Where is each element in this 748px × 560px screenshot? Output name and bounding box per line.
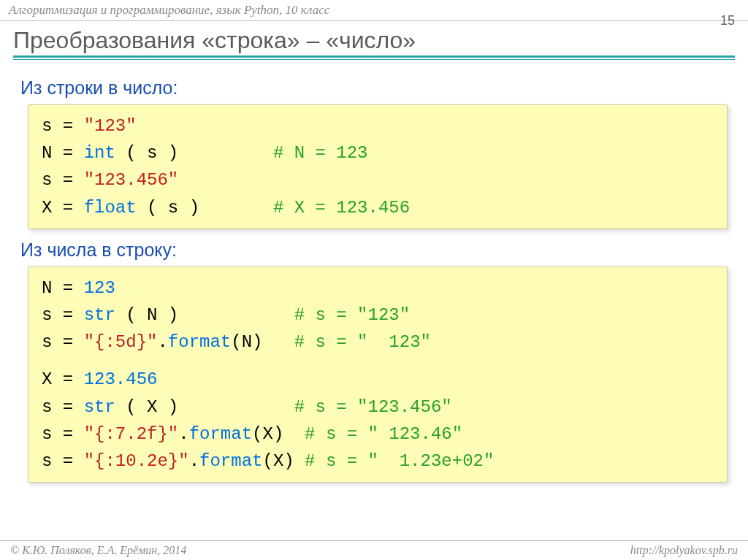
code-token-keyword: format bbox=[189, 424, 252, 444]
code-token: . bbox=[178, 424, 188, 444]
code-token-comment: # s = "123" bbox=[294, 305, 410, 325]
footer-copyright: © К.Ю. Поляков, Е.А. Ерёмин, 2014 bbox=[10, 544, 186, 557]
code-token: = bbox=[52, 332, 83, 352]
code-token-number: 123 bbox=[84, 278, 115, 298]
code-token-number: 123.456 bbox=[84, 369, 158, 389]
code-token: ( N ) bbox=[115, 305, 294, 325]
code-token: (X) bbox=[262, 451, 305, 471]
code-token: . bbox=[189, 451, 199, 471]
page-number: 15 bbox=[720, 13, 735, 28]
code-token-keyword: int bbox=[84, 143, 115, 163]
code-token: s bbox=[42, 451, 52, 471]
code-token: = bbox=[52, 116, 83, 136]
code-token-keyword: float bbox=[84, 198, 137, 218]
code-token-string: "123" bbox=[84, 116, 137, 136]
code-token-string: "{:7.2f}" bbox=[84, 424, 179, 444]
title-underline bbox=[13, 55, 735, 60]
code-token: X bbox=[42, 369, 52, 389]
code-token: N bbox=[42, 143, 52, 163]
code-token-comment: # s = " 123" bbox=[294, 332, 431, 352]
code-token-keyword: format bbox=[168, 332, 231, 352]
code-token-string: "{:5d}" bbox=[84, 332, 158, 352]
code-token: = bbox=[52, 369, 83, 389]
code-token: s bbox=[42, 424, 52, 444]
code-token: ( X ) bbox=[115, 397, 294, 417]
code-token: s bbox=[42, 332, 52, 352]
code-token-comment: # s = " 123.46" bbox=[305, 424, 462, 444]
code-token: = bbox=[52, 198, 83, 218]
code-token-keyword: format bbox=[199, 451, 262, 471]
code-token: X bbox=[42, 198, 52, 218]
code-token-comment: # N = 123 bbox=[273, 143, 368, 163]
code-token-keyword: str bbox=[84, 397, 115, 417]
code-token-string: "{:10.2e}" bbox=[84, 451, 189, 471]
code-token-string: "123.456" bbox=[84, 170, 179, 190]
page-title: Преобразования «строка» – «число» bbox=[13, 27, 735, 54]
code-token: s bbox=[42, 305, 52, 325]
code-token-keyword: str bbox=[84, 305, 115, 325]
code-block-1: s = "123" N = int ( s ) # N = 123 s = "1… bbox=[28, 104, 728, 229]
code-token: (X) bbox=[252, 424, 305, 444]
code-token: = bbox=[52, 397, 83, 417]
code-token: (N) bbox=[231, 332, 294, 352]
code-token: = bbox=[52, 451, 83, 471]
code-token: ( s ) bbox=[137, 198, 273, 218]
code-token: = bbox=[52, 278, 83, 298]
code-token: s bbox=[42, 170, 52, 190]
code-token: N bbox=[42, 278, 52, 298]
code-token-comment: # s = " 1.23e+02" bbox=[305, 451, 494, 471]
code-token: ( s ) bbox=[115, 143, 273, 163]
code-token: = bbox=[52, 143, 83, 163]
code-block-2: N = 123 s = str ( N ) # s = "123" s = "{… bbox=[28, 266, 728, 483]
code-token-comment: # X = 123.456 bbox=[273, 198, 410, 218]
code-token: s bbox=[42, 116, 52, 136]
course-header: Алгоритмизация и программирование, язык … bbox=[0, 0, 748, 21]
code-token: = bbox=[52, 424, 83, 444]
code-token: = bbox=[52, 170, 83, 190]
code-token-comment: # s = "123.456" bbox=[294, 397, 452, 417]
code-token: s bbox=[42, 397, 52, 417]
section-heading-1: Из строки в число: bbox=[20, 77, 728, 99]
section-heading-2: Из числа в строку: bbox=[20, 239, 728, 261]
code-token: . bbox=[157, 332, 167, 352]
footer-bar: © К.Ю. Поляков, Е.А. Ерёмин, 2014 http:/… bbox=[0, 540, 748, 560]
footer-url: http://kpolyakov.spb.ru bbox=[630, 544, 738, 557]
code-token: = bbox=[52, 305, 83, 325]
